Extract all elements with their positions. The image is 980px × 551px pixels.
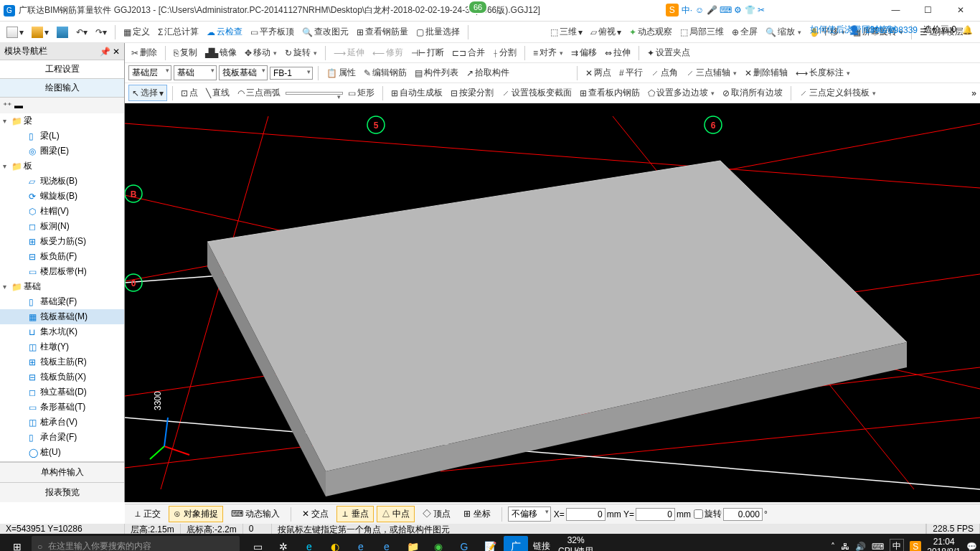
- break-button[interactable]: ⊣⊢ 打断: [408, 45, 447, 60]
- tray-vol-icon[interactable]: 🔊: [855, 542, 866, 552]
- tab-single-input[interactable]: 单构件输入: [0, 462, 124, 482]
- stretch-button[interactable]: ⇔ 拉伸: [602, 45, 633, 60]
- taskbar-search[interactable]: ○在这里输入你要搜索的内容: [32, 536, 240, 552]
- close-button[interactable]: ✕: [944, 1, 976, 19]
- parallel-button[interactable]: # 平行: [616, 65, 646, 80]
- props-button[interactable]: 📋 属性: [324, 65, 359, 80]
- type-combo[interactable]: 筏板基础: [219, 65, 268, 80]
- rotate-input[interactable]: [723, 508, 763, 521]
- three-pt-slant-button[interactable]: ⟋ 三点定义斜筏板: [796, 85, 879, 100]
- open-file-button[interactable]: ▾: [29, 25, 52, 39]
- set-section-button[interactable]: ⟋ 设置筏板变截面: [499, 85, 575, 100]
- dynamic-input-toggle[interactable]: ⌨ 动态输入: [226, 506, 285, 522]
- app-fan-icon[interactable]: ✲: [271, 536, 296, 552]
- line-tool[interactable]: ╲ 直线: [203, 85, 232, 100]
- mirror-button[interactable]: ▟▙ 镜像: [202, 45, 240, 60]
- three-pt-axis-button[interactable]: ⟋ 三点辅轴: [683, 65, 740, 80]
- tree-spiral-slab[interactable]: ⟳螺旋板(B): [0, 189, 124, 204]
- trim-button[interactable]: ⟵ 修剪: [369, 45, 406, 60]
- extend-button[interactable]: ⟶ 延伸: [331, 45, 367, 60]
- tray-time[interactable]: 21:04: [927, 537, 961, 547]
- split-button[interactable]: ⟊ 分割: [490, 45, 519, 60]
- coord-snap[interactable]: ⊞ 坐标: [458, 506, 495, 522]
- tree-beam-group[interactable]: ▾📁梁: [0, 113, 124, 128]
- tree-beam[interactable]: ▯梁(L): [0, 128, 124, 143]
- rect-tool[interactable]: ▭ 矩形: [345, 85, 377, 100]
- ie2-icon[interactable]: e: [374, 536, 399, 552]
- snap-toggle[interactable]: ⊙ 对象捕捉: [169, 506, 222, 522]
- tree-raft-neg[interactable]: ⊟筏板负筋(X): [0, 369, 124, 385]
- tree-pier[interactable]: ◫柱墩(Y): [0, 339, 124, 354]
- dynamic-orbit-button[interactable]: ✦ 动态观察: [626, 24, 675, 39]
- note-icon[interactable]: 📝: [478, 536, 502, 552]
- tree-slab-sup[interactable]: ⊞板受力筋(S): [0, 234, 124, 249]
- merge-button[interactable]: ⊏⊐ 合并: [449, 45, 488, 60]
- delete-axis-button[interactable]: ✕ 删除辅轴: [742, 65, 791, 80]
- select-tool[interactable]: ↖ 选择 ▾: [128, 85, 167, 101]
- offset-button[interactable]: ⇉ 偏移: [568, 45, 600, 60]
- tree-slab-neg[interactable]: ⊟板负筋(F): [0, 249, 124, 264]
- start-button[interactable]: ⊞: [3, 541, 32, 552]
- delete-button[interactable]: ✂ 删除: [128, 45, 160, 60]
- tree-found-group[interactable]: ▾📁基础: [0, 279, 124, 294]
- tree-ring-beam[interactable]: ◎圈梁(E): [0, 143, 124, 159]
- pin-icon[interactable]: 📌 ✕: [100, 47, 120, 57]
- name-combo[interactable]: FB-1: [270, 67, 313, 80]
- toolbar-overflow-icon[interactable]: »: [971, 88, 976, 98]
- tree-cast-slab[interactable]: ▱现浇板(B): [0, 174, 124, 189]
- ggj-icon[interactable]: 广: [504, 536, 528, 552]
- batch-select-button[interactable]: ▢ 批量选择: [413, 24, 463, 39]
- cloud-check-button[interactable]: ☁ 云检查: [204, 24, 245, 39]
- rotate-checkbox[interactable]: [694, 509, 703, 519]
- minimize-button[interactable]: —: [880, 1, 912, 19]
- tree-raft-main[interactable]: ⊞筏板主筋(R): [0, 354, 124, 369]
- view-slab-steel-button[interactable]: ⊞ 查看板内钢筋: [577, 85, 643, 100]
- expand-icon[interactable]: ⁺⁺: [3, 100, 11, 110]
- explorer-icon[interactable]: 📁: [400, 536, 425, 552]
- g-icon[interactable]: G: [452, 536, 476, 552]
- intersect-snap[interactable]: ✕ 交点: [297, 506, 334, 522]
- tree-found-beam[interactable]: ▯基础梁(F): [0, 294, 124, 309]
- set-polygon-slope-button[interactable]: ⬠ 设置多边边坡: [645, 85, 717, 100]
- split-beam-button[interactable]: ⊟ 按梁分割: [448, 85, 496, 100]
- undo-button[interactable]: ↶▾: [73, 26, 90, 39]
- tray-keyboard-icon[interactable]: ⌨: [872, 542, 884, 552]
- tree-strip-found[interactable]: ▭条形基础(T): [0, 400, 124, 415]
- floor-combo[interactable]: 基础层: [128, 65, 171, 80]
- edit-steel-button[interactable]: ✎ 编辑钢筋: [361, 65, 410, 80]
- tree-sump[interactable]: ⊔集水坑(K): [0, 324, 124, 339]
- view-steel-button[interactable]: ⊞ 查看钢筋量: [354, 24, 411, 39]
- chat-icon[interactable]: ◉: [426, 536, 451, 552]
- ortho-toggle[interactable]: ⊥ 正交: [129, 506, 166, 522]
- pick-member-button[interactable]: ↗ 拾取构件: [463, 65, 512, 80]
- two-point-button[interactable]: ✕ 两点: [583, 65, 614, 80]
- tray-up-icon[interactable]: ˄: [831, 542, 835, 552]
- tree-slab-group[interactable]: ▾📁板: [0, 159, 124, 174]
- copy-button[interactable]: ⎘ 复制: [171, 45, 200, 60]
- tray-notification-icon[interactable]: 💬: [966, 542, 977, 552]
- arc-tool[interactable]: ◠ 三点画弧: [235, 85, 283, 100]
- x-input[interactable]: [566, 508, 606, 521]
- y-input[interactable]: [636, 508, 675, 521]
- category-combo[interactable]: 基础: [174, 65, 217, 80]
- account-id[interactable]: 13907298339: [865, 25, 918, 35]
- point-angle-button[interactable]: ⟋ 点角: [648, 65, 681, 80]
- perp-snap[interactable]: ⊥ 垂点: [336, 506, 373, 522]
- tree-floor-band[interactable]: ▭楼层板带(H): [0, 264, 124, 279]
- maximize-button[interactable]: ☐: [912, 1, 944, 19]
- ime-toolbar[interactable]: S中·☺ 🎤 ⌨ ⚙ 👕 ✂: [666, 4, 765, 17]
- define-button[interactable]: ▦ 定义: [121, 24, 153, 39]
- tree-pile-cap[interactable]: ◫桩承台(V): [0, 415, 124, 430]
- move-button[interactable]: ✥ 移动: [242, 45, 280, 60]
- redo-button[interactable]: ↷▾: [93, 26, 110, 39]
- line-style-combo[interactable]: [286, 92, 343, 95]
- sum-button[interactable]: Σ 汇总计算: [155, 24, 202, 39]
- vertex-snap[interactable]: ◇ 顶点: [418, 506, 456, 522]
- tray-sogou[interactable]: S: [910, 541, 921, 552]
- top-view-button[interactable]: ▱ 俯视▾: [588, 24, 624, 39]
- tree-raft-foundation[interactable]: ▦筏板基础(M): [0, 309, 124, 324]
- tray-ime[interactable]: 中: [890, 539, 904, 551]
- dimension-button[interactable]: ⟷ 长度标注: [793, 65, 853, 80]
- fullscreen-button[interactable]: ⊕ 全屏: [729, 24, 760, 39]
- flat-roof-button[interactable]: ▭ 平齐板顶: [248, 24, 297, 39]
